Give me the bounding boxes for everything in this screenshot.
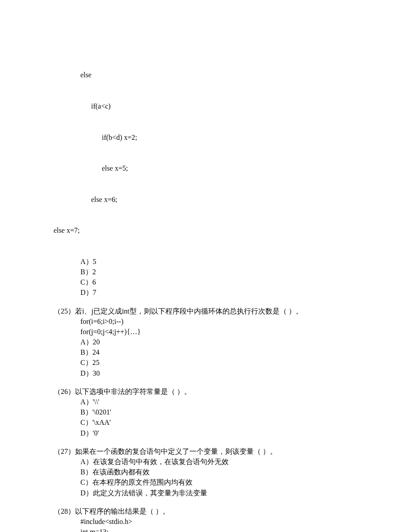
code-line: else x=5; (80, 163, 371, 173)
question-27: （27） 如果在一个函数的复合语句中定义了一个变量，则该变量（ ）。 A）在该复… (54, 446, 371, 498)
options-list: A）20 B）24 C）25 D）30 (80, 337, 371, 378)
code-line: int m=13; (80, 527, 371, 532)
question-number: （28） (54, 506, 75, 516)
question-25: （25） 若i、j已定义成int型，则以下程序段中内循环体的总执行行次数是（ ）… (54, 306, 371, 378)
options-list: A）'\\' B）'\0201' C）'\xAA' D）'0' (80, 397, 371, 438)
code-line: for(j=0;j<4;j++){…} (80, 327, 371, 337)
question-number: （25） (54, 306, 75, 316)
option-a: A）20 (80, 337, 371, 347)
option-d: D）30 (80, 368, 371, 378)
option-b: B）'\0201' (80, 407, 371, 417)
option-a: A）在该复合语句中有效，在该复合语句外无效 (80, 457, 371, 467)
option-d: D）此定义方法错误，其变量为非法变量 (80, 488, 371, 498)
question-number: （27） (54, 446, 75, 457)
option-b: B）24 (80, 347, 371, 357)
code-line: for(i=6;i>0;i--) (80, 316, 371, 327)
question-number: （26） (54, 386, 75, 397)
code-line: else x=6; (80, 194, 371, 205)
code-block: #include<stdio.h> int m=13; int fun(int … (54, 516, 371, 532)
code-block: else if(a<c) if(b<d) x=2; else x=5; else… (80, 49, 371, 256)
option-b: B）在该函数内都有效 (80, 467, 371, 477)
question-26: （26） 以下选项中非法的字符常量是（ ）。 A）'\\' B）'\0201' … (54, 386, 371, 438)
question-stem: 若i、j已定义成int型，则以下程序段中内循环体的总执行行次数是（ ）。 (75, 306, 371, 316)
option-c: C）'\xAA' (80, 417, 371, 427)
q24-continuation: else if(a<c) if(b<d) x=2; else x=5; else… (54, 49, 371, 298)
option-d: D）'0' (80, 428, 371, 438)
question-stem: 以下选项中非法的字符常量是（ ）。 (75, 386, 371, 397)
option-b: B）2 (80, 267, 371, 277)
option-d: D）7 (80, 287, 371, 297)
code-line: #include<stdio.h> (80, 516, 371, 527)
options-list: A）在该复合语句中有效，在该复合语句外无效 B）在该函数内都有效 C）在本程序的… (80, 457, 371, 498)
options-list: A）5 B）2 C）6 D）7 (80, 256, 371, 298)
option-a: A）5 (80, 256, 371, 267)
code-line: else (80, 70, 371, 80)
question-stem: 以下程序的输出结果是（ ）。 (75, 506, 371, 516)
question-28: （28） 以下程序的输出结果是（ ）。 #include<stdio.h> in… (54, 506, 371, 532)
code-line: if(b<d) x=2; (80, 132, 371, 142)
option-c: C）25 (80, 357, 371, 368)
code-line: else x=7; (54, 225, 371, 235)
option-c: C）在本程序的原文件范围内均有效 (80, 477, 371, 487)
code-line: if(a<c) (80, 101, 371, 111)
option-a: A）'\\' (80, 397, 371, 407)
question-stem: 如果在一个函数的复合语句中定义了一个变量，则该变量（ ）。 (75, 446, 371, 457)
code-block: for(i=6;i>0;i--) for(j=0;j<4;j++){…} (54, 316, 371, 337)
option-c: C）6 (80, 277, 371, 287)
